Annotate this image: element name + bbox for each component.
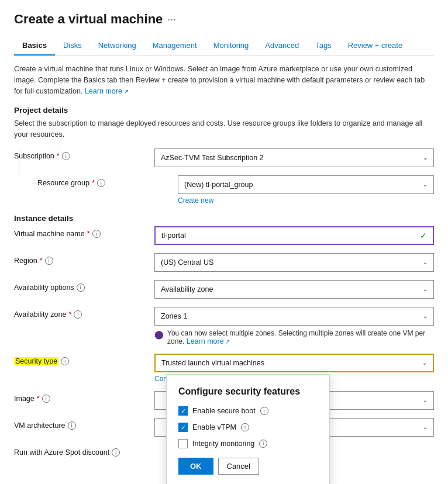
image-arrow-icon: ⌄	[423, 397, 428, 403]
modal-title: Configure security features	[178, 386, 318, 397]
vm-name-required: *	[87, 230, 90, 238]
security-type-dropdown[interactable]: Trusted launch virtual machines ⌄	[154, 354, 434, 372]
azure-spot-info-icon[interactable]: i	[112, 448, 120, 457]
vm-name-label: Virtual machine name * i	[14, 226, 154, 238]
integrity-monitoring-row: Integrity monitoring i	[178, 439, 318, 448]
availability-zone-value: Zones 1	[161, 312, 187, 320]
image-info-icon[interactable]: i	[42, 395, 50, 403]
project-details-title: Project details	[14, 106, 434, 115]
security-type-label: Security type i	[14, 354, 154, 365]
subscription-value: AzSec-TVM Test Subscription 2	[161, 154, 264, 162]
enable-vtpm-label: Enable vTPM	[192, 423, 236, 431]
availability-options-dropdown[interactable]: Availability zone ⌄	[154, 280, 434, 299]
region-arrow-icon: ⌄	[423, 259, 428, 265]
tab-review-create[interactable]: Review + create	[340, 36, 411, 56]
vm-name-input[interactable]: tl-portal ✓	[154, 226, 434, 245]
vm-architecture-info-icon[interactable]: i	[68, 421, 76, 430]
modal-cancel-button[interactable]: Cancel	[218, 458, 259, 475]
zones-info-text: You can now select multiple zones. Selec…	[167, 329, 434, 345]
availability-zone-arrow-icon: ⌄	[423, 313, 428, 319]
availability-options-info-icon[interactable]: i	[77, 284, 85, 292]
enable-vtpm-checkbox[interactable]: ✓	[178, 423, 188, 432]
vm-name-control: tl-portal ✓	[154, 226, 434, 245]
indent-line	[19, 148, 19, 175]
region-required: *	[40, 257, 43, 265]
subscription-row: Subscription * i AzSec-TVM Test Subscrip…	[14, 148, 434, 167]
subscription-arrow-icon: ⌄	[423, 154, 428, 161]
tab-disks[interactable]: Disks	[55, 36, 90, 56]
page-title: Create a virtual machine ···	[14, 12, 434, 27]
resource-group-dropdown[interactable]: (New) tl-portal_group ⌄	[178, 175, 434, 194]
tab-advanced[interactable]: Advanced	[257, 36, 307, 56]
integrity-monitoring-info-icon[interactable]: i	[259, 440, 267, 448]
page-description: Create a virtual machine that runs Linux…	[14, 64, 434, 96]
vm-name-value: tl-portal	[161, 231, 186, 240]
project-details-desc: Select the subscription to manage deploy…	[14, 118, 434, 140]
instance-details-title: Instance details	[14, 214, 434, 223]
modal-buttons: OK Cancel	[178, 458, 318, 475]
zones-info: ⬤ You can now select multiple zones. Sel…	[154, 329, 434, 345]
configure-security-modal: Configure security features ✓ Enable sec…	[166, 374, 330, 484]
availability-options-arrow-icon: ⌄	[423, 286, 428, 292]
check-icon: ✓	[181, 407, 186, 415]
resource-group-row: Resource group * i (New) tl-portal_group…	[28, 175, 434, 205]
image-label: Image * i	[14, 391, 154, 403]
subscription-required: *	[57, 152, 60, 160]
description-learn-more-link[interactable]: Learn more	[85, 87, 129, 95]
security-type-label-text: Security type	[14, 357, 58, 365]
resource-group-value: (New) tl-portal_group	[184, 181, 253, 189]
availability-zone-row: Availability zone * i Zones 1 ⌄ ⬤ You ca…	[14, 307, 434, 345]
subscription-info-icon[interactable]: i	[62, 152, 70, 160]
check-icon-2: ✓	[181, 424, 186, 431]
tab-tags[interactable]: Tags	[307, 36, 339, 56]
resource-group-arrow-icon: ⌄	[423, 181, 428, 188]
resource-group-control: (New) tl-portal_group ⌄ Create new	[178, 175, 434, 205]
availability-zone-label: Availability zone * i	[14, 307, 154, 319]
security-type-value: Trusted launch virtual machines	[161, 359, 264, 367]
availability-options-label: Availability options i	[14, 280, 154, 292]
enable-secure-boot-row: ✓ Enable secure boot i	[178, 406, 318, 416]
enable-secure-boot-info-icon[interactable]: i	[260, 407, 268, 415]
tab-basics[interactable]: Basics	[14, 36, 55, 56]
availability-options-row: Availability options i Availability zone…	[14, 280, 434, 299]
tab-monitoring[interactable]: Monitoring	[205, 36, 257, 56]
region-value: (US) Central US	[161, 258, 213, 267]
security-type-arrow-icon: ⌄	[422, 359, 427, 366]
modal-ok-button[interactable]: OK	[178, 458, 213, 475]
region-info-icon[interactable]: i	[45, 257, 53, 265]
azure-spot-label: Run with Azure Spot discount i	[14, 445, 154, 457]
security-type-info-icon[interactable]: i	[61, 357, 69, 365]
title-ellipsis: ···	[167, 13, 176, 26]
enable-secure-boot-label: Enable secure boot	[192, 407, 256, 415]
vm-architecture-arrow-icon: ⌄	[423, 424, 428, 430]
title-text: Create a virtual machine	[14, 12, 163, 27]
availability-options-value: Availability zone	[161, 285, 213, 293]
tab-networking[interactable]: Networking	[90, 36, 144, 56]
enable-vtpm-row: ✓ Enable vTPM i	[178, 423, 318, 432]
vm-name-valid-icon: ✓	[420, 231, 427, 240]
resource-group-required: *	[92, 179, 95, 187]
zones-learn-more-link[interactable]: Learn more	[187, 337, 230, 345]
image-required: *	[37, 395, 40, 403]
enable-vtpm-info-icon[interactable]: i	[241, 423, 249, 431]
vm-name-row: Virtual machine name * i tl-portal ✓	[14, 226, 434, 245]
availability-zone-info-icon[interactable]: i	[74, 310, 82, 319]
zones-info-icon: ⬤	[154, 330, 164, 339]
create-new-link[interactable]: Create new	[178, 196, 213, 205]
region-row: Region * i (US) Central US ⌄	[14, 253, 434, 272]
sub-connector	[33, 184, 42, 184]
subscription-dropdown[interactable]: AzSec-TVM Test Subscription 2 ⌄	[154, 148, 434, 167]
enable-secure-boot-checkbox[interactable]: ✓	[178, 406, 188, 416]
integrity-monitoring-label: Integrity monitoring	[192, 440, 254, 448]
region-dropdown[interactable]: (US) Central US ⌄	[154, 253, 434, 272]
region-control: (US) Central US ⌄	[154, 253, 434, 272]
tab-management[interactable]: Management	[144, 36, 205, 56]
integrity-monitoring-checkbox[interactable]	[178, 439, 188, 448]
availability-zone-dropdown[interactable]: Zones 1 ⌄	[154, 307, 434, 326]
resource-group-label: Resource group * i	[37, 175, 178, 187]
subscription-control: AzSec-TVM Test Subscription 2 ⌄	[154, 148, 434, 167]
availability-options-control: Availability zone ⌄	[154, 280, 434, 299]
vm-name-info-icon[interactable]: i	[92, 230, 101, 238]
availability-zone-control: Zones 1 ⌄ ⬤ You can now select multiple …	[154, 307, 434, 345]
resource-group-info-icon[interactable]: i	[97, 179, 105, 187]
